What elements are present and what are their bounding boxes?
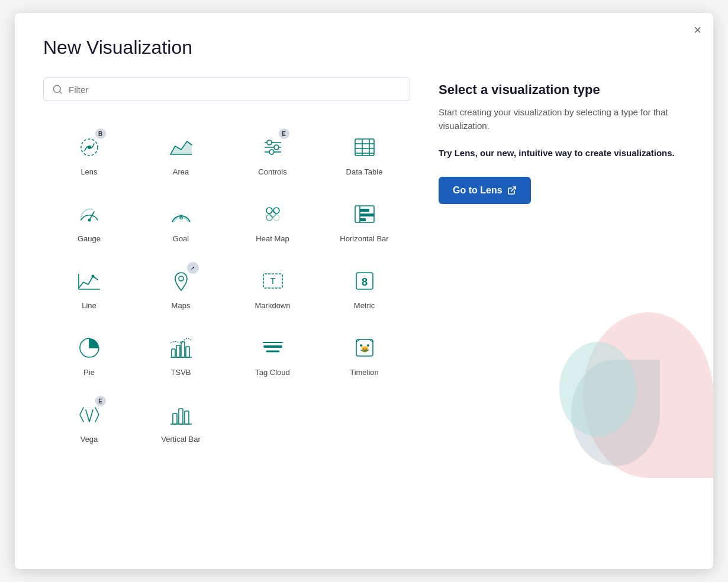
svg-text:8: 8 [361,276,367,288]
viz-item-markdown[interactable]: T Markdown [227,254,318,321]
viz-item-lens[interactable]: B Lens [43,120,135,187]
svg-point-7 [267,140,272,145]
go-to-lens-label: Go to Lens [453,185,502,196]
tsvb-icon [167,334,195,362]
goal-label: Goal [173,234,189,243]
heat-map-label: Heat Map [256,234,289,243]
modal-title: New Visualization [43,37,685,59]
tsvb-label: TSVB [171,368,191,377]
timelion-icon: 😺 [350,334,379,362]
svg-rect-52 [179,409,183,424]
new-visualization-modal: × New Visualization B [15,13,713,569]
svg-text:T: T [270,276,275,286]
svg-rect-41 [181,342,185,357]
svg-point-11 [269,150,274,154]
viz-item-vertical-bar[interactable]: Vertical Bar [135,387,227,454]
gauge-icon [75,200,104,228]
data-table-icon [350,133,379,161]
heat-map-icon [259,200,287,228]
filter-input[interactable] [69,85,401,95]
svg-point-19 [88,219,91,222]
external-link-icon [507,186,517,195]
horizontal-bar-label: Horizontal Bar [340,234,388,243]
viz-item-heat-map[interactable]: Heat Map [227,187,318,254]
viz-item-tsvb[interactable]: TSVB [135,321,227,387]
markdown-label: Markdown [255,301,291,310]
svg-rect-39 [172,349,175,357]
gauge-label: Gauge [78,234,101,243]
svg-point-24 [266,215,272,221]
search-icon [52,84,63,95]
vega-label: Vega [80,435,98,444]
lens-label: Lens [80,167,97,176]
svg-point-22 [273,208,279,214]
line-icon [75,267,104,295]
svg-rect-29 [360,214,374,216]
area-label: Area [173,167,189,176]
viz-item-pie[interactable]: Pie [43,321,135,387]
svg-point-23 [270,211,276,217]
pie-label: Pie [83,368,95,377]
modal-body: B Lens [43,77,685,454]
viz-item-gauge[interactable]: Gauge [43,187,135,254]
timelion-label: Timelion [350,368,379,377]
left-panel: B Lens [43,77,410,454]
svg-point-3 [88,146,91,149]
line-label: Line [82,301,96,310]
try-lens-text: Try Lens, our new, intuitive way to crea… [439,147,685,160]
filter-input-wrap[interactable] [43,77,410,101]
svg-rect-42 [186,347,189,357]
svg-point-33 [91,275,94,278]
tag-cloud-icon [259,334,287,362]
tag-cloud-label: Tag Cloud [255,368,290,377]
viz-item-controls[interactable]: E Controls [227,120,318,187]
close-button[interactable]: × [694,24,701,37]
pie-icon [75,334,104,362]
viz-item-maps[interactable]: ↗ Maps [135,254,227,321]
viz-item-data-table[interactable]: Data Table [318,120,410,187]
svg-point-25 [273,215,279,221]
maps-label: Maps [172,301,191,310]
viz-item-metric[interactable]: 8 Metric [318,254,410,321]
svg-line-55 [511,187,515,191]
vertical-bar-label: Vertical Bar [161,435,200,444]
svg-point-49 [360,344,362,347]
metric-label: Metric [354,301,375,310]
right-panel: Select a visualization type Start creati… [439,77,685,454]
data-table-label: Data Table [346,167,383,176]
viz-item-vega[interactable]: E Vega [43,387,135,454]
markdown-icon: T [259,267,287,295]
svg-text:8: 8 [179,214,182,221]
horizontal-bar-icon [350,200,379,228]
svg-line-1 [59,91,61,93]
svg-point-50 [367,344,369,347]
svg-rect-28 [360,209,369,212]
badge-lens: B [95,128,106,139]
svg-rect-40 [176,345,180,357]
metric-icon: 8 [350,267,379,295]
goal-icon: 8 [167,200,195,228]
svg-point-9 [274,145,279,150]
badge-controls: E [279,128,289,139]
area-icon [167,133,195,161]
vertical-bar-icon [167,400,195,429]
svg-point-34 [179,276,183,281]
viz-grid: B Lens [43,120,410,454]
svg-rect-51 [173,413,177,424]
badge-vega: E [95,396,106,406]
svg-rect-53 [185,411,189,424]
controls-label: Controls [258,167,286,176]
go-to-lens-button[interactable]: Go to Lens [439,177,531,204]
viz-item-timelion[interactable]: 😺 Timelion [318,321,410,387]
viz-item-goal[interactable]: 8 Goal [135,187,227,254]
right-panel-description: Start creating your visualization by sel… [439,106,685,132]
viz-item-tag-cloud[interactable]: Tag Cloud [227,321,318,387]
svg-point-21 [266,208,272,214]
viz-item-area[interactable]: Area [135,120,227,187]
svg-rect-30 [360,218,366,221]
badge-maps: ↗ [187,262,199,274]
right-panel-heading: Select a visualization type [439,82,685,98]
viz-item-horizontal-bar[interactable]: Horizontal Bar [318,187,410,254]
viz-item-line[interactable]: Line [43,254,135,321]
